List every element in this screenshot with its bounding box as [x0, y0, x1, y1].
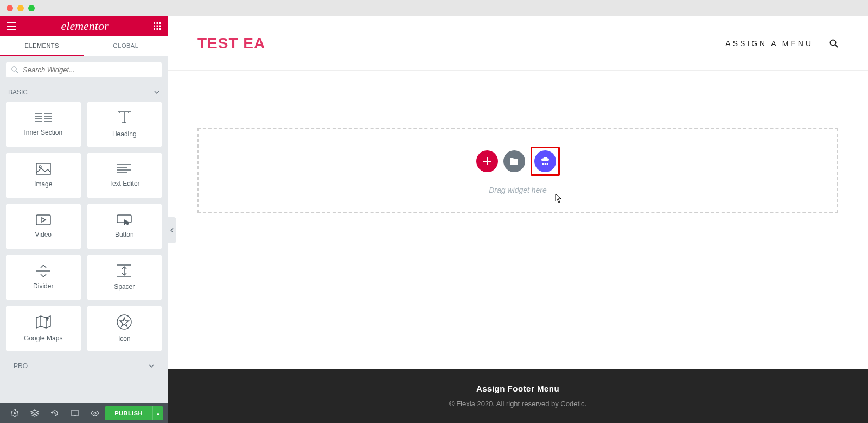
window-minimize-icon[interactable]	[17, 5, 24, 11]
map-icon	[36, 315, 51, 329]
templately-button[interactable]	[534, 150, 556, 172]
svg-point-52	[546, 163, 548, 165]
widget-label: Google Maps	[24, 334, 62, 342]
svg-rect-10	[157, 28, 158, 30]
cursor-icon	[555, 193, 563, 203]
drop-zone[interactable]: Drag widget here	[197, 128, 838, 213]
svg-rect-1	[7, 26, 16, 27]
window-chrome	[0, 0, 868, 16]
search-input[interactable]	[23, 66, 156, 74]
svg-rect-5	[159, 22, 161, 24]
site-header: TEST EA ASSIGN A MENU	[168, 16, 868, 71]
widget-image[interactable]: Image	[5, 153, 81, 198]
widget-text-editor[interactable]: Text Editor	[87, 153, 163, 198]
button-icon	[117, 214, 132, 225]
site-footer: Assign Footer Menu © Flexia 2020. All ri…	[168, 369, 868, 423]
widget-label: Spacer	[114, 283, 135, 291]
svg-point-28	[39, 166, 41, 168]
publish-button[interactable]: PUBLISH	[105, 406, 152, 420]
footer-title[interactable]: Assign Footer Menu	[168, 384, 868, 393]
widget-label: Icon	[118, 335, 131, 343]
search-widget-box	[5, 62, 162, 78]
widget-label: Heading	[112, 130, 137, 138]
responsive-button[interactable]	[65, 403, 85, 423]
svg-rect-9	[154, 28, 155, 30]
chevron-down-icon	[154, 91, 159, 94]
sidebar-footer: PUBLISH ▲	[0, 403, 168, 423]
tab-global[interactable]: GLOBAL	[84, 36, 168, 56]
sidebar-tabs: ELEMENTS GLOBAL	[0, 36, 168, 56]
widget-label: Button	[115, 231, 134, 238]
svg-line-13	[16, 71, 18, 73]
image-icon	[36, 163, 51, 175]
widget-label: Text Editor	[109, 180, 140, 187]
svg-point-50	[542, 163, 544, 165]
sidebar-header: elementor	[0, 16, 168, 36]
navigator-button[interactable]	[24, 403, 44, 423]
svg-rect-33	[36, 215, 50, 225]
category-pro[interactable]: PRO	[5, 357, 162, 375]
site-title: TEST EA	[197, 35, 265, 52]
window-close-icon[interactable]	[7, 5, 13, 11]
svg-rect-43	[71, 411, 79, 415]
category-basic-label: BASIC	[8, 89, 28, 96]
svg-point-12	[12, 67, 16, 71]
category-pro-label: PRO	[14, 362, 28, 370]
star-icon	[117, 314, 132, 330]
svg-point-41	[46, 317, 48, 319]
header-search-icon[interactable]	[829, 39, 838, 48]
widgets-grid-icon[interactable]	[154, 22, 161, 30]
footer-copyright: © Flexia 2020. All right reserved by Cod…	[168, 400, 868, 408]
widget-google-maps[interactable]: Google Maps	[5, 306, 81, 351]
widget-label: Divider	[33, 282, 53, 290]
widget-heading[interactable]: Heading	[87, 102, 163, 147]
canvas[interactable]: Drag widget here	[168, 71, 868, 369]
chevron-down-icon	[149, 364, 154, 368]
svg-rect-7	[157, 26, 158, 27]
svg-rect-2	[7, 29, 16, 30]
widget-spacer[interactable]: Spacer	[87, 255, 163, 300]
history-button[interactable]	[44, 403, 65, 423]
brand-logo: elementor	[61, 19, 109, 33]
widget-label: Image	[34, 180, 52, 188]
svg-point-46	[831, 40, 836, 45]
svg-point-51	[544, 163, 546, 165]
divider-icon	[36, 265, 50, 277]
spacer-icon	[117, 264, 131, 277]
svg-rect-4	[157, 22, 158, 24]
preview-button[interactable]	[85, 403, 105, 423]
widget-video[interactable]: Video	[5, 204, 81, 249]
widget-label: Inner Section	[24, 129, 62, 136]
svg-rect-27	[36, 163, 50, 174]
svg-rect-8	[159, 26, 161, 27]
svg-rect-0	[7, 22, 16, 23]
text-icon	[117, 163, 131, 174]
category-basic[interactable]: BASIC	[0, 83, 168, 102]
menu-icon[interactable]	[7, 22, 16, 30]
svg-rect-11	[159, 28, 161, 30]
svg-line-47	[835, 45, 838, 47]
svg-rect-3	[154, 22, 155, 24]
svg-rect-6	[154, 26, 155, 27]
template-library-button[interactable]	[503, 150, 525, 172]
settings-button[interactable]	[4, 403, 24, 423]
svg-point-45	[94, 412, 96, 414]
sidebar: elementor ELEMENTS GLOBAL BASIC	[0, 16, 168, 423]
video-icon	[36, 214, 51, 225]
heading-icon	[116, 111, 132, 125]
drop-zone-label: Drag widget here	[489, 186, 547, 194]
widget-inner-section[interactable]: Inner Section	[5, 102, 81, 147]
window-maximize-icon[interactable]	[28, 5, 35, 11]
columns-icon	[35, 112, 52, 123]
assign-menu-link[interactable]: ASSIGN A MENU	[725, 39, 813, 48]
add-section-button[interactable]	[476, 150, 498, 172]
collapse-sidebar-button[interactable]	[168, 217, 176, 243]
widget-button[interactable]: Button	[87, 204, 163, 249]
preview-area: TEST EA ASSIGN A MENU	[168, 16, 868, 423]
tab-elements[interactable]: ELEMENTS	[0, 36, 84, 56]
widget-label: Video	[35, 231, 52, 238]
widget-divider[interactable]: Divider	[5, 255, 81, 300]
widget-icon[interactable]: Icon	[87, 306, 163, 351]
search-icon	[11, 66, 18, 73]
publish-options-button[interactable]: ▲	[152, 406, 163, 420]
